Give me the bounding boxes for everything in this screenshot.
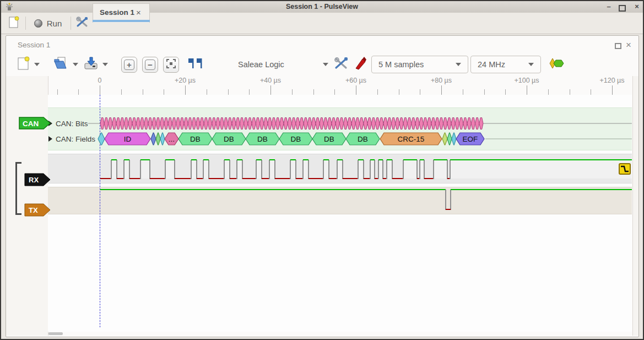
row-expander-icon[interactable] <box>48 136 52 142</box>
zoom-out-button[interactable]: − <box>142 57 158 73</box>
zoom-fit-button[interactable] <box>163 57 179 73</box>
can-bit-annotation[interactable] <box>431 118 435 129</box>
open-dropdown-arrow[interactable] <box>73 63 78 66</box>
vertical-scrollbar-track[interactable] <box>632 76 638 336</box>
can-bit-annotation[interactable] <box>192 118 196 129</box>
probe-channels-button[interactable] <box>353 56 369 73</box>
can-bit-annotation[interactable] <box>312 118 316 129</box>
can-bit-annotation[interactable] <box>443 118 447 129</box>
can-bit-annotation[interactable] <box>288 118 291 129</box>
can-bit-annotation[interactable] <box>252 118 256 129</box>
can-bit-annotation[interactable] <box>272 118 275 129</box>
can-bit-annotation[interactable] <box>355 118 359 129</box>
can-bit-annotation[interactable] <box>447 118 451 129</box>
can-bit-annotation[interactable] <box>108 118 112 129</box>
can-bit-annotation[interactable] <box>396 118 399 129</box>
can-bit-annotation[interactable] <box>371 118 375 129</box>
save-button[interactable] <box>83 56 99 73</box>
can-bit-annotation[interactable] <box>292 118 296 129</box>
close-button[interactable]: × <box>631 2 643 11</box>
can-bit-annotation[interactable] <box>280 118 284 129</box>
waveforms-and-annotations[interactable]: ID...DBDBDBDBDBDBCRC-15EOF <box>48 95 632 332</box>
can-bit-annotation[interactable] <box>224 118 228 129</box>
can-bit-annotation[interactable] <box>100 118 104 129</box>
device-select[interactable]: Saleae Logic <box>238 56 328 73</box>
can-bit-annotation[interactable] <box>423 118 427 129</box>
can-field-annotation[interactable] <box>98 133 105 145</box>
can-bit-annotation[interactable] <box>116 118 120 129</box>
can-field-annotation[interactable] <box>151 133 156 145</box>
can-bit-annotation[interactable] <box>376 118 380 129</box>
tx-channel-tag[interactable]: TX <box>24 203 52 219</box>
can-bit-annotation[interactable] <box>240 118 243 129</box>
can-bit-annotation[interactable] <box>471 118 475 129</box>
can-bit-annotation[interactable] <box>284 118 288 129</box>
can-bit-annotation[interactable] <box>307 118 311 129</box>
can-bit-annotation[interactable] <box>104 118 108 129</box>
can-bit-annotation[interactable] <box>248 118 252 129</box>
can-bit-annotation[interactable] <box>144 118 148 129</box>
can-bit-annotation[interactable] <box>467 118 471 129</box>
save-dropdown-arrow[interactable] <box>102 63 108 66</box>
horizontal-scrollbar-thumb[interactable] <box>48 332 63 335</box>
can-bit-annotation[interactable] <box>391 118 395 129</box>
tab-close-icon[interactable]: × <box>136 8 141 17</box>
can-bit-annotation[interactable] <box>220 118 224 129</box>
can-bit-annotation[interactable] <box>328 118 332 129</box>
can-bit-annotation[interactable] <box>323 118 327 129</box>
can-bit-annotation[interactable] <box>380 118 383 129</box>
can-bit-annotation[interactable] <box>176 118 180 129</box>
can-bit-annotation[interactable] <box>479 118 483 129</box>
can-bit-annotation[interactable] <box>112 118 116 129</box>
can-bit-annotation[interactable] <box>132 118 136 129</box>
can-bit-annotation[interactable] <box>268 118 272 129</box>
can-bit-annotation[interactable] <box>435 118 439 129</box>
can-bit-annotation[interactable] <box>415 118 419 129</box>
can-bit-annotation[interactable] <box>128 118 132 129</box>
can-bit-annotation[interactable] <box>216 118 220 129</box>
can-bit-annotation[interactable] <box>184 118 188 129</box>
settings-button[interactable] <box>74 15 90 31</box>
can-bit-annotation[interactable] <box>120 118 124 129</box>
new-view-dropdown-arrow[interactable] <box>34 63 40 66</box>
can-bit-annotation[interactable] <box>439 118 443 129</box>
can-field-annotation[interactable] <box>156 133 160 145</box>
can-bit-annotation[interactable] <box>367 118 371 129</box>
can-bit-annotation[interactable] <box>204 118 208 129</box>
can-bit-annotation[interactable] <box>276 118 280 129</box>
can-bit-annotation[interactable] <box>196 118 200 129</box>
can-bit-annotation[interactable] <box>344 118 348 129</box>
show-cursors-button[interactable] <box>186 57 205 72</box>
can-bit-annotation[interactable] <box>156 118 160 129</box>
can-bit-annotation[interactable] <box>403 118 407 129</box>
can-field-annotation[interactable] <box>442 133 447 145</box>
can-bit-annotation[interactable] <box>360 118 364 129</box>
can-bit-annotation[interactable] <box>332 118 335 129</box>
can-bit-annotation[interactable] <box>296 118 300 129</box>
can-bit-annotation[interactable] <box>264 118 268 129</box>
can-bit-annotation[interactable] <box>412 118 415 129</box>
can-bit-annotation[interactable] <box>208 118 212 129</box>
can-bit-annotation[interactable] <box>124 118 128 129</box>
run-button[interactable]: Run <box>31 15 65 31</box>
can-bit-annotation[interactable] <box>212 118 216 129</box>
can-bit-annotation[interactable] <box>200 118 204 129</box>
add-decoder-button[interactable] <box>548 57 566 72</box>
can-bit-annotation[interactable] <box>244 118 248 129</box>
can-bit-annotation[interactable] <box>387 118 391 129</box>
can-bit-annotation[interactable] <box>140 118 144 129</box>
can-field-annotation[interactable] <box>447 133 452 145</box>
panel-float-button[interactable] <box>615 43 621 49</box>
can-bit-annotation[interactable] <box>348 118 351 129</box>
can-decoder-tag[interactable]: CAN <box>19 117 52 132</box>
can-bit-annotation[interactable] <box>364 118 367 129</box>
can-field-annotation[interactable] <box>452 133 456 145</box>
can-bit-annotation[interactable] <box>383 118 387 129</box>
maximize-button[interactable] <box>619 5 626 12</box>
rx-channel-tag[interactable]: RX <box>24 173 52 188</box>
falling-edge-trigger-marker[interactable] <box>619 163 631 175</box>
can-bit-annotation[interactable] <box>180 118 184 129</box>
time-ruler[interactable]: 0+20 µs+40 µs+60 µs+80 µs+100 µs+120 µs <box>48 76 632 95</box>
can-bit-annotation[interactable] <box>168 118 172 129</box>
can-bit-annotation[interactable] <box>351 118 355 129</box>
